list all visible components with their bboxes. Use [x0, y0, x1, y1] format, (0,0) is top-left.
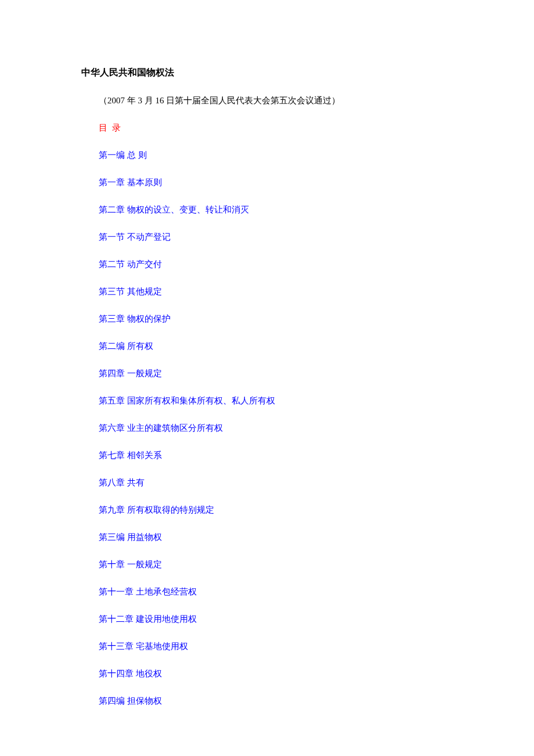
toc-link[interactable]: 第七章 相邻关系 [99, 450, 453, 461]
toc-link[interactable]: 第十四章 地役权 [99, 668, 453, 679]
toc-link[interactable]: 第六章 业主的建筑物区分所有权 [99, 423, 453, 434]
toc-link[interactable]: 第一节 不动产登记 [99, 232, 453, 243]
toc-link[interactable]: 第十一章 土地承包经营权 [99, 586, 453, 597]
toc-link[interactable]: 第四编 担保物权 [99, 696, 453, 707]
toc-link[interactable]: 第四章 一般规定 [99, 368, 453, 379]
toc-link[interactable]: 第十章 一般规定 [99, 559, 453, 570]
toc-link[interactable]: 第三章 物权的保护 [99, 314, 453, 325]
toc-link[interactable]: 第五章 国家所有权和集体所有权、私人所有权 [99, 395, 453, 406]
toc-link[interactable]: 第一章 基本原则 [99, 177, 453, 188]
document-subtitle: （2007 年 3 月 16 日第十届全国人民代表大会第五次会议通过） [99, 95, 453, 106]
toc-link[interactable]: 第二编 所有权 [99, 341, 453, 352]
toc-link[interactable]: 第三编 用益物权 [99, 532, 453, 543]
toc-link[interactable]: 第八章 共有 [99, 477, 453, 488]
toc-link[interactable]: 第九章 所有权取得的特别规定 [99, 505, 453, 516]
document-title: 中华人民共和国物权法 [81, 67, 453, 79]
toc-link[interactable]: 第二节 动产交付 [99, 259, 453, 270]
toc-heading: 目 录 [99, 123, 453, 134]
toc-link[interactable]: 第三节 其他规定 [99, 286, 453, 297]
toc-link[interactable]: 第一编 总 则 [99, 150, 453, 161]
toc-link[interactable]: 第二章 物权的设立、变更、转让和消灭 [99, 204, 453, 215]
toc-link[interactable]: 第十三章 宅基地使用权 [99, 641, 453, 652]
toc-link[interactable]: 第十二章 建设用地使用权 [99, 614, 453, 625]
